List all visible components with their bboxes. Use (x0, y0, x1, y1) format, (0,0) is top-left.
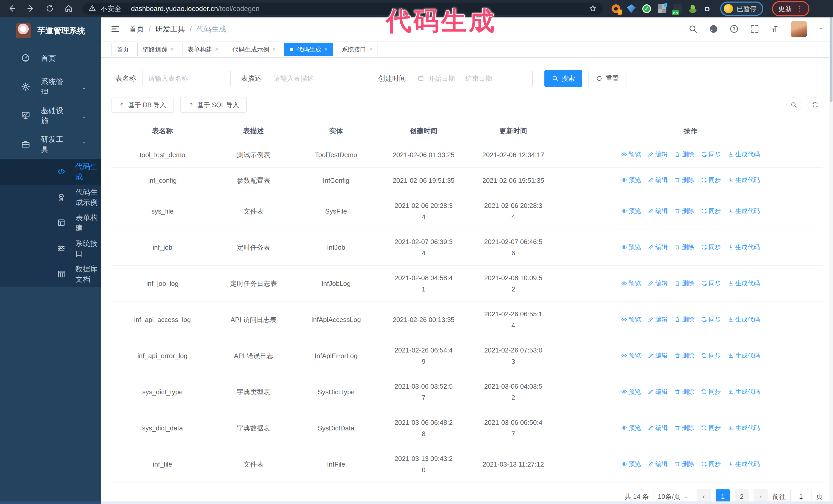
tab-home[interactable]: 首页 (111, 43, 134, 56)
preview-link[interactable]: 预览 (621, 386, 641, 398)
generate-code-link[interactable]: 生成代码 (728, 205, 760, 217)
edit-link[interactable]: 编辑 (648, 458, 668, 470)
browser-profile-chip[interactable]: 已暂停 (720, 2, 763, 16)
edit-link[interactable]: 编辑 (648, 350, 668, 361)
sidebar-item-system-api[interactable]: 系统接口 (0, 236, 101, 262)
sync-link[interactable]: 同步 (701, 205, 721, 217)
more-menu-icon[interactable]: ⋮ (796, 5, 803, 13)
preview-link[interactable]: 预览 (621, 350, 641, 361)
tab-codegen[interactable]: 代码生成× (284, 43, 333, 56)
home-icon[interactable] (64, 4, 74, 14)
close-icon[interactable]: × (170, 46, 174, 53)
delete-link[interactable]: 删除 (674, 422, 694, 433)
edit-link[interactable]: 编辑 (648, 386, 668, 398)
breadcrumb-devtools[interactable]: 研发工具 (155, 24, 185, 34)
forward-icon[interactable] (26, 4, 36, 14)
date-range-picker[interactable]: 开始日期 - 结束日期 (412, 70, 532, 87)
generate-code-link[interactable]: 生成代码 (728, 314, 760, 325)
app-logo-row[interactable]: 芋道管理系统 (0, 18, 101, 44)
address-bar[interactable]: 不安全 dashboard.yudao.iocoder.cn/tool/code… (82, 3, 603, 15)
preview-link[interactable]: 预览 (621, 458, 641, 470)
delete-link[interactable]: 删除 (674, 174, 694, 186)
font-size-icon[interactable] (770, 24, 780, 34)
generate-code-link[interactable]: 生成代码 (728, 386, 760, 398)
edit-link[interactable]: 编辑 (648, 422, 668, 433)
github-icon[interactable] (709, 24, 718, 34)
generate-code-link[interactable]: 生成代码 (728, 422, 760, 433)
delete-link[interactable]: 删除 (674, 458, 694, 470)
start-date-placeholder[interactable]: 开始日期 (428, 74, 455, 83)
toggle-search-button[interactable] (786, 97, 801, 112)
table-desc-input[interactable] (274, 75, 350, 82)
preview-link[interactable]: 预览 (621, 422, 641, 433)
edit-link[interactable]: 编辑 (648, 314, 668, 325)
delete-link[interactable]: 删除 (674, 350, 694, 361)
tab-form-builder[interactable]: 表单构建× (182, 43, 224, 56)
star-icon[interactable] (589, 4, 597, 13)
gem-extension-icon[interactable] (627, 4, 636, 13)
preview-link[interactable]: 预览 (621, 149, 641, 160)
sync-link[interactable]: 同步 (701, 458, 721, 470)
reload-icon[interactable] (45, 4, 55, 14)
close-icon[interactable]: × (325, 46, 328, 53)
tab-system-api[interactable]: 系统接口× (336, 43, 378, 56)
edit-link[interactable]: 编辑 (648, 205, 668, 217)
sync-link[interactable]: 同步 (701, 278, 721, 289)
preview-link[interactable]: 预览 (621, 174, 641, 186)
preview-link[interactable]: 预览 (621, 241, 641, 253)
edit-link[interactable]: 编辑 (648, 174, 668, 186)
generate-code-link[interactable]: 生成代码 (728, 278, 760, 289)
sidebar-item-codegen[interactable]: 代码生成 (0, 159, 101, 185)
import-sql-button[interactable]: 基于 SQL 导入 (181, 97, 246, 113)
sync-link[interactable]: 同步 (701, 314, 721, 325)
generate-code-link[interactable]: 生成代码 (728, 241, 760, 253)
sidebar-item-db-doc[interactable]: 数据库文档 (0, 262, 101, 287)
generate-code-link[interactable]: 生成代码 (728, 149, 760, 160)
on-badge-extension-icon[interactable]: on (673, 4, 682, 13)
generate-code-link[interactable]: 生成代码 (728, 174, 760, 186)
close-icon[interactable]: × (369, 46, 373, 53)
close-icon[interactable]: × (215, 46, 219, 53)
sync-link[interactable]: 同步 (701, 350, 721, 361)
orange-extension-icon[interactable] (612, 4, 620, 13)
puzzle-extension-icon[interactable] (704, 4, 712, 13)
search-icon[interactable] (688, 24, 698, 34)
delete-link[interactable]: 删除 (674, 241, 694, 253)
preview-link[interactable]: 预览 (621, 205, 641, 217)
grid-extension-icon[interactable] (658, 4, 666, 13)
import-db-button[interactable]: 基于 DB 导入 (111, 97, 174, 113)
green-check-extension-icon[interactable]: ✓ (642, 4, 651, 13)
sidebar-toggle-icon[interactable] (110, 24, 120, 35)
sidebar-item-codegen-example[interactable]: 代码生成示例 (0, 185, 101, 210)
delete-link[interactable]: 删除 (674, 278, 694, 289)
close-icon[interactable]: × (272, 46, 276, 53)
delete-link[interactable]: 删除 (674, 149, 694, 160)
scrollbar-thumb[interactable] (830, 18, 832, 102)
search-button[interactable]: 搜索 (544, 70, 582, 87)
sync-link[interactable]: 同步 (701, 149, 721, 160)
end-date-placeholder[interactable]: 结束日期 (466, 74, 492, 83)
delete-link[interactable]: 删除 (674, 314, 694, 325)
delete-link[interactable]: 删除 (674, 386, 694, 398)
caret-down-icon[interactable] (818, 26, 824, 32)
generate-code-link[interactable]: 生成代码 (728, 350, 760, 361)
preview-link[interactable]: 预览 (621, 314, 641, 325)
reset-button[interactable]: 重置 (589, 70, 626, 87)
delete-link[interactable]: 删除 (674, 205, 694, 217)
preview-link[interactable]: 预览 (621, 278, 641, 289)
back-icon[interactable] (7, 4, 17, 14)
edit-link[interactable]: 编辑 (648, 278, 668, 289)
sync-link[interactable]: 同步 (701, 241, 721, 253)
breadcrumb-home[interactable]: 首页 (129, 24, 144, 34)
sidebar-item-devtools[interactable]: 研发工具 ⌃ (0, 130, 101, 159)
table-name-input[interactable] (148, 75, 225, 82)
edit-link[interactable]: 编辑 (648, 149, 668, 160)
sidebar-item-system[interactable]: 系统管理 ⌄ (0, 73, 101, 101)
fullscreen-icon[interactable] (750, 24, 759, 34)
sidebar-item-home[interactable]: 首页 (0, 44, 101, 73)
sync-link[interactable]: 同步 (701, 386, 721, 398)
edit-link[interactable]: 编辑 (648, 241, 668, 253)
browser-update-button[interactable]: 更新 ⋮ (772, 1, 809, 17)
tab-codegen-example[interactable]: 代码生成示例× (227, 43, 281, 56)
tab-tracing[interactable]: 链路追踪× (137, 43, 179, 56)
